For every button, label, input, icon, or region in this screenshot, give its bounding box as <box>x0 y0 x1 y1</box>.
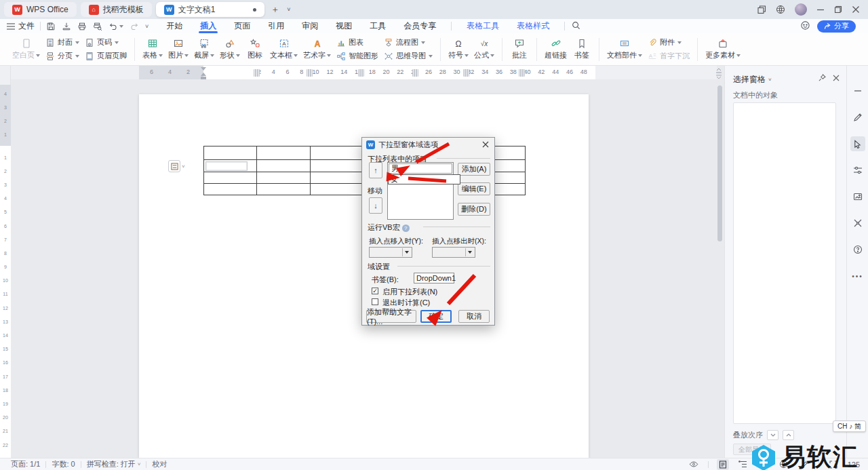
output-pdf-icon[interactable] <box>62 22 71 31</box>
table-cell[interactable] <box>257 184 311 195</box>
icons-button[interactable]: 图标 <box>243 37 267 62</box>
tools-icon[interactable] <box>850 216 865 231</box>
add-help-text-button[interactable]: 添加帮助文字(T)... <box>366 310 416 323</box>
save-icon[interactable] <box>46 22 56 31</box>
pane-close-icon[interactable] <box>833 74 840 83</box>
move-down-button[interactable]: ↓ <box>369 197 382 214</box>
page-break-button[interactable]: 分页 <box>45 51 79 61</box>
more-materials-button[interactable]: 更多素材 <box>703 37 743 62</box>
screenshot-button[interactable]: 截屏 <box>191 37 217 62</box>
hyperlink-button[interactable]: 超链接 <box>542 37 570 62</box>
selection-pane-title[interactable]: 选择窗格 ˅ <box>733 74 772 85</box>
drop-cap-button[interactable]: A首字下沉 <box>648 51 690 61</box>
minimize-button[interactable] <box>816 5 825 14</box>
new-tab-button[interactable]: ＋ <box>269 3 282 16</box>
table-cell[interactable] <box>257 160 311 172</box>
table-cell[interactable] <box>257 146 311 160</box>
page-number-button[interactable]: 页码 <box>85 37 127 47</box>
add-button[interactable]: 添加(A) <box>458 163 490 176</box>
ruler-column-marker[interactable] <box>307 69 313 77</box>
cover-button[interactable]: 封面 <box>45 37 79 47</box>
tab-table-style[interactable]: 表格样式 <box>509 19 557 33</box>
cancel-button[interactable]: 取消 <box>458 310 490 323</box>
tab-tools[interactable]: 工具 <box>361 19 394 33</box>
tab-page[interactable]: 页面 <box>226 19 258 33</box>
delete-button[interactable]: 删除(D) <box>458 203 490 216</box>
table-cell[interactable] <box>204 184 257 195</box>
doc-parts-button[interactable]: 文档部件 <box>604 37 645 62</box>
spellcheck-status[interactable]: 拼写检查: 打开˅ <box>81 459 146 469</box>
ruler-column-marker[interactable] <box>412 69 418 77</box>
ime-indicator[interactable]: CH ♪ 简 <box>833 420 866 432</box>
pin-icon[interactable] <box>818 74 826 83</box>
select-cursor-icon[interactable] <box>850 136 865 151</box>
edit-pencil-icon[interactable] <box>850 110 865 125</box>
user-avatar[interactable] <box>795 3 807 16</box>
comment-button[interactable]: 批注 <box>507 37 532 62</box>
formula-button[interactable]: √x 公式 <box>471 37 497 62</box>
share-button[interactable]: 分享 <box>817 20 856 33</box>
table-cell[interactable] <box>204 172 257 184</box>
calc-on-exit-checkbox[interactable] <box>372 298 378 305</box>
page-view-icon[interactable] <box>717 459 729 470</box>
tab-member[interactable]: 会员专享 <box>395 19 444 33</box>
objects-listbox[interactable] <box>733 102 836 424</box>
header-footer-button[interactable]: 页眉页脚 <box>85 51 127 61</box>
close-button[interactable] <box>852 5 860 14</box>
ruler-column-marker[interactable] <box>358 69 364 77</box>
restore-button[interactable] <box>834 5 842 14</box>
help-icon[interactable] <box>850 242 865 257</box>
blank-page-button[interactable]: 空白页 <box>9 37 43 62</box>
properties-sliders-icon[interactable] <box>850 163 865 178</box>
hanging-indent-marker[interactable] <box>201 73 206 76</box>
ok-button[interactable]: 确定 <box>420 310 452 323</box>
collapse-pane-icon[interactable] <box>850 83 865 98</box>
tab-insert[interactable]: 插入 <box>192 19 224 33</box>
picture-button[interactable]: 图片 <box>165 37 191 62</box>
material-library-icon[interactable] <box>850 189 865 204</box>
outline-view-icon[interactable] <box>737 459 749 470</box>
table-cell[interactable] <box>311 146 362 160</box>
ruler-column-marker[interactable] <box>519 69 525 77</box>
tab-home[interactable]: 开始 <box>158 19 191 33</box>
stack-down-button[interactable] <box>767 430 778 440</box>
table-select-handle[interactable]: ˅ <box>168 160 185 172</box>
enable-dropdown-checkbox[interactable] <box>372 288 378 294</box>
tab-list-chevron[interactable]: ˅ <box>282 3 296 16</box>
table-cell[interactable] <box>311 184 362 195</box>
text-box-button[interactable]: A 文本框 <box>267 37 300 62</box>
table-cell[interactable] <box>204 146 257 160</box>
tab-document[interactable]: W 文字文稿1 <box>156 2 264 17</box>
more-options-icon[interactable]: ••• <box>850 269 865 283</box>
scrollbar-thumb[interactable] <box>717 85 722 241</box>
dialog-close-button[interactable] <box>481 140 490 149</box>
redo-icon[interactable] <box>130 22 139 31</box>
print-icon[interactable] <box>77 22 87 31</box>
list-item-male[interactable]: 男 <box>389 163 452 174</box>
move-up-button[interactable]: ↑ <box>369 162 382 178</box>
word-art-button[interactable]: A 艺术字 <box>300 37 334 62</box>
document-scrollbar[interactable] <box>717 83 722 458</box>
edit-button[interactable]: 编辑(E) <box>458 182 490 195</box>
proofread-button[interactable]: 校对 <box>146 459 172 469</box>
attachment-button[interactable]: 附件 <box>648 37 690 47</box>
feedback-smiley-icon[interactable] <box>800 20 810 33</box>
components-icon[interactable] <box>757 5 766 14</box>
table-cell[interactable] <box>257 172 311 184</box>
list-item-female-edit[interactable]: 女 <box>388 174 460 184</box>
left-indent-marker[interactable] <box>201 77 206 79</box>
tab-table-tools[interactable]: 表格工具 <box>458 19 507 33</box>
help-icon[interactable]: ? <box>402 224 410 232</box>
undo-dropdown[interactable] <box>119 25 123 28</box>
entry-macro-combo[interactable] <box>369 247 412 258</box>
table-button[interactable]: 表格 <box>140 37 165 62</box>
print-preview-icon[interactable] <box>93 22 102 31</box>
table-cell[interactable] <box>311 160 362 172</box>
chart-button[interactable]: 图表 <box>336 37 378 47</box>
bookmark-button[interactable]: 书签 <box>570 37 594 62</box>
ruler-column-marker[interactable] <box>254 69 260 77</box>
shapes-button[interactable]: 形状 <box>217 37 243 62</box>
tab-wps-office[interactable]: W WPS Office <box>4 2 77 17</box>
search-icon[interactable] <box>572 21 580 32</box>
dialog-titlebar[interactable]: W 下拉型窗体域选项 <box>362 138 494 151</box>
